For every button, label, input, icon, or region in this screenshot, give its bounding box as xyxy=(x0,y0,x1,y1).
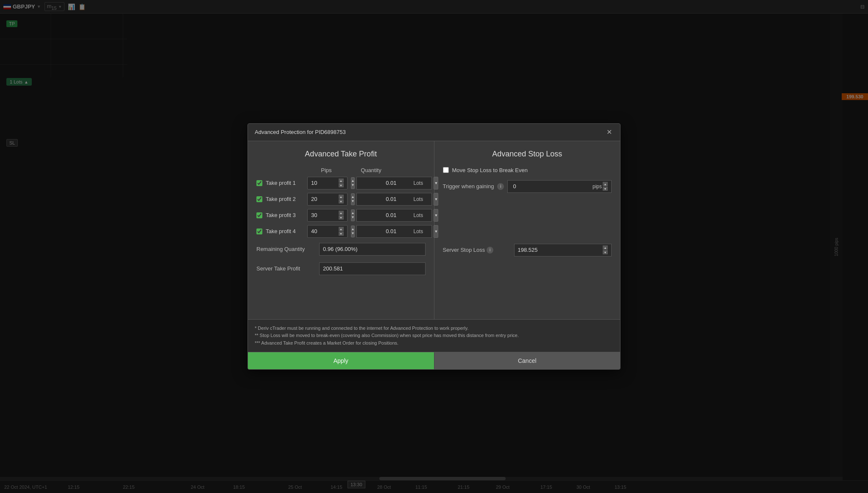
tp-pips-field-2: ▲ ▼ xyxy=(307,209,348,222)
pips-unit-label: pips ▲ ▼ xyxy=(593,182,608,191)
tp-qty-spinner-2[interactable]: ▲ ▼ xyxy=(351,209,355,221)
trigger-spinner[interactable]: ▲ ▼ xyxy=(603,182,608,191)
server-tp-value: 200.581 xyxy=(319,262,426,275)
tp-checkbox-0[interactable] xyxy=(256,180,262,186)
tp-pips-field-0: ▲ ▼ xyxy=(307,177,348,189)
tp-lots-label-1: Lots xyxy=(414,196,426,202)
trigger-info-icon[interactable]: i xyxy=(497,183,504,190)
trigger-row: Trigger when gaining i pips ▲ ▼ xyxy=(443,180,612,193)
tp-pips-spinner-2[interactable]: ▲ ▼ xyxy=(339,211,344,220)
tp-checkbox-1[interactable] xyxy=(256,196,262,202)
tp-qty-spinner-1[interactable]: ▲ ▼ xyxy=(351,193,355,205)
tp-row-label-3: Take profit 4 xyxy=(266,228,304,234)
cancel-button[interactable]: Cancel xyxy=(434,352,620,369)
tp-pips-down-0[interactable]: ▼ xyxy=(339,183,344,187)
notes-section: * Deriv cTrader must be running and conn… xyxy=(248,319,620,352)
tp-pips-up-2[interactable]: ▲ xyxy=(339,211,344,215)
tp-qty-container-3: ▲ ▼ ▼ xyxy=(351,225,410,238)
server-sl-label-container: Server Stop Loss i xyxy=(443,247,511,253)
tp-pips-up-3[interactable]: ▲ xyxy=(339,227,344,231)
stop-loss-panel: Advanced Stop Loss Move Stop Loss to Bre… xyxy=(434,141,620,319)
note-1: ** Stop Loss will be moved to break-even… xyxy=(255,332,613,340)
tp-pips-input-3[interactable] xyxy=(311,228,337,234)
tp-row-0: Take profit 1 ▲ ▼ ▲ ▼ xyxy=(256,177,426,189)
note-2: *** Advanced Take Profit creates a Marke… xyxy=(255,340,613,347)
tp-pips-down-3[interactable]: ▼ xyxy=(339,231,344,236)
advanced-protection-modal: Advanced Protection for PID6898753 ✕ Adv… xyxy=(248,123,620,370)
server-sl-up[interactable]: ▲ xyxy=(603,245,608,250)
tp-qty-container-1: ▲ ▼ ▼ xyxy=(351,193,410,206)
tp-row-1: Take profit 2 ▲ ▼ ▲ ▼ xyxy=(256,193,426,206)
qty-column-header: Quantity xyxy=(346,167,414,173)
server-tp-row: Server Take Profit 200.581 xyxy=(256,262,426,275)
tp-pips-up-0[interactable]: ▲ xyxy=(339,178,344,183)
move-sl-row: Move Stop Loss to Break Even xyxy=(443,167,612,173)
tp-pips-spinner-3[interactable]: ▲ ▼ xyxy=(339,227,344,236)
tp-pips-spinner-0[interactable]: ▲ ▼ xyxy=(339,178,344,187)
modal-titlebar: Advanced Protection for PID6898753 ✕ xyxy=(248,124,620,141)
tp-lots-label-3: Lots xyxy=(414,228,426,234)
tp-pips-input-0[interactable] xyxy=(311,180,337,186)
apply-button[interactable]: Apply xyxy=(248,352,434,369)
tp-qty-spinner-3[interactable]: ▲ ▼ xyxy=(351,226,355,237)
stop-loss-title: Advanced Stop Loss xyxy=(443,150,612,159)
note-0: * Deriv cTrader must be running and conn… xyxy=(255,325,613,332)
tp-checkbox-2[interactable] xyxy=(256,212,262,218)
tp-qty-container-2: ▲ ▼ ▼ xyxy=(351,209,410,222)
tp-row-label-1: Take profit 2 xyxy=(266,196,304,202)
tp-row-label-2: Take profit 3 xyxy=(266,212,304,218)
tp-pips-down-2[interactable]: ▼ xyxy=(339,215,344,220)
tp-checkbox-3[interactable] xyxy=(256,228,262,234)
modal-body: Advanced Take Profit Pips Quantity Take … xyxy=(248,141,620,319)
move-sl-label: Move Stop Loss to Break Even xyxy=(452,167,528,173)
pips-column-header: Pips xyxy=(307,167,345,173)
take-profit-title: Advanced Take Profit xyxy=(256,150,426,159)
tp-pips-field-3: ▲ ▼ xyxy=(307,225,348,238)
tp-row-2: Take profit 3 ▲ ▼ ▲ ▼ xyxy=(256,209,426,222)
tp-lots-label-0: Lots xyxy=(414,180,426,186)
tp-column-headers: Pips Quantity xyxy=(256,167,426,173)
tp-row-label-0: Take profit 1 xyxy=(266,180,304,186)
tp-qty-container-0: ▲ ▼ ▼ xyxy=(351,177,410,189)
modal-overlay: Advanced Protection for PID6898753 ✕ Adv… xyxy=(0,0,868,493)
tp-pips-input-1[interactable] xyxy=(311,196,337,202)
tp-pips-field-1: ▲ ▼ xyxy=(307,193,348,206)
modal-close-button[interactable]: ✕ xyxy=(605,128,613,136)
move-sl-checkbox[interactable] xyxy=(443,167,449,173)
server-sl-spinner[interactable]: ▲ ▼ xyxy=(603,245,608,254)
remaining-qty-value: 0.96 (96.00%) xyxy=(319,243,426,256)
tp-pips-spinner-1[interactable]: ▲ ▼ xyxy=(339,195,344,203)
trigger-input[interactable] xyxy=(511,183,545,189)
modal-title: Advanced Protection for PID6898753 xyxy=(255,129,346,135)
tp-row-3: Take profit 4 ▲ ▼ ▲ ▼ xyxy=(256,225,426,238)
server-sl-info-icon[interactable]: i xyxy=(487,247,493,253)
tp-pips-input-2[interactable] xyxy=(311,212,337,218)
tp-lots-label-2: Lots xyxy=(414,212,426,218)
server-sl-row: Server Stop Loss i 198.525 ▲ ▼ xyxy=(443,244,612,256)
trigger-down[interactable]: ▼ xyxy=(603,187,608,191)
remaining-qty-row: Remaining Quantity 0.96 (96.00%) xyxy=(256,243,426,256)
server-sl-value: 198.525 ▲ ▼ xyxy=(514,244,612,256)
tp-pips-down-1[interactable]: ▼ xyxy=(339,199,344,203)
trigger-input-container: pips ▲ ▼ xyxy=(507,180,612,193)
server-tp-label: Server Take Profit xyxy=(256,265,316,272)
server-sl-down[interactable]: ▼ xyxy=(603,250,608,254)
take-profit-panel: Advanced Take Profit Pips Quantity Take … xyxy=(248,141,434,319)
modal-footer: Apply Cancel xyxy=(248,352,620,369)
trigger-up[interactable]: ▲ xyxy=(603,182,608,186)
trigger-label: Trigger when gaining xyxy=(443,183,494,189)
remaining-qty-label: Remaining Quantity xyxy=(256,246,316,252)
tp-pips-up-1[interactable]: ▲ xyxy=(339,195,344,199)
tp-qty-spinner-0[interactable]: ▲ ▼ xyxy=(351,177,355,189)
